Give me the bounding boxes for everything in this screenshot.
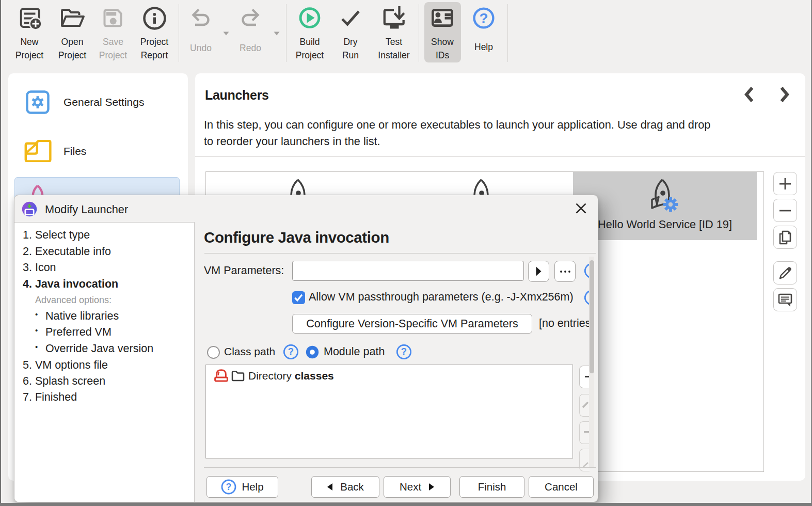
svg-text:?: ? [401, 346, 407, 357]
svg-text:?: ? [288, 346, 294, 357]
svg-text:?: ? [479, 10, 488, 26]
svg-text:?: ? [226, 482, 232, 492]
